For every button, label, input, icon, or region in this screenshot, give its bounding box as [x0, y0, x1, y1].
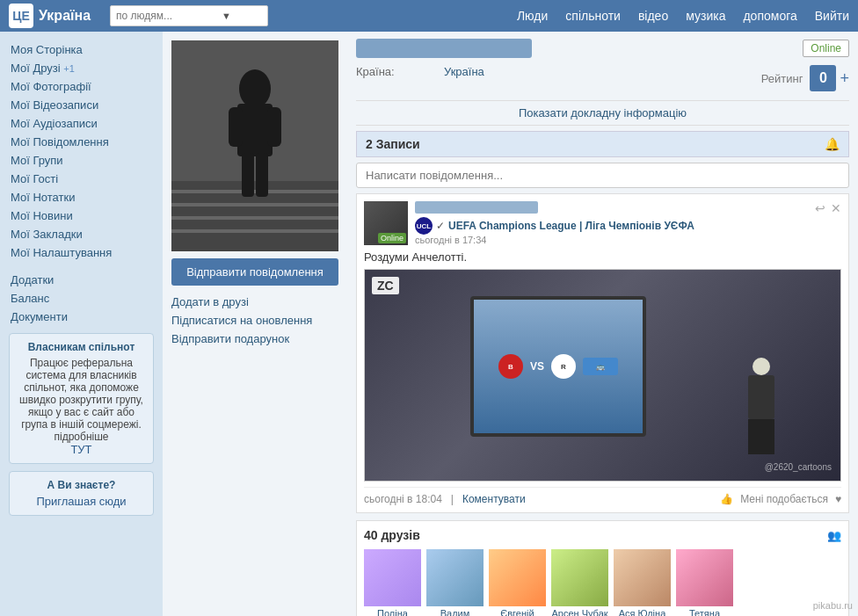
nav-music[interactable]: музика [686, 9, 725, 23]
friend-item-5[interactable]: Ася Юдіна [614, 549, 671, 616]
friend-name-4: Арсен Чубак [551, 608, 607, 616]
post-1-source: UCL ✓ UEFA Champions League | Ліга Чемпі… [415, 217, 841, 235]
show-more-link[interactable]: Показати докладну інформацію [519, 106, 687, 120]
know-box-link[interactable]: Приглашая сюди [36, 495, 126, 508]
friend-photo-img-1 [364, 549, 421, 606]
profile-photo [171, 40, 338, 251]
man-body [748, 375, 774, 419]
friends-header: 40 друзів 👥 [364, 528, 841, 542]
sidebar-item-my-bookmarks[interactable]: Мої Закладки [0, 225, 163, 243]
online-badge: Online [803, 40, 849, 57]
cartoon-man [735, 358, 788, 463]
sidebar-item-my-messages[interactable]: Мої Повідомлення [0, 133, 163, 151]
nav-communities[interactable]: спільноти [565, 9, 621, 23]
logo-icon: ЦЕ [9, 4, 33, 28]
post-1-actions: ↩ ✕ [815, 201, 841, 215]
friend-item-1[interactable]: Поліна Бандерівськ [364, 549, 421, 616]
sidebar: Моя Сторінка Мої Друзі +1 Мої Фотографії… [0, 32, 163, 616]
sidebar-item-balance[interactable]: Баланс [0, 289, 163, 308]
post-1-close-icon[interactable]: ✕ [831, 201, 841, 215]
friend-item-6[interactable]: Тетяна Макшакова [676, 549, 733, 616]
sidebar-item-apps[interactable]: Додатки [0, 271, 163, 289]
write-post-input[interactable] [356, 163, 849, 188]
like-label: Мені подобається [740, 493, 828, 505]
rating-plus-button[interactable]: + [840, 69, 849, 88]
post-1-author-redacted [415, 201, 538, 214]
post-1-source-name[interactable]: UEFA Champions League | Ліга Чемпіонів У… [448, 220, 694, 232]
rating-label: Рейтинг [761, 72, 803, 85]
profile-photo-img [171, 40, 338, 251]
post-1-verified-icon: ✓ [436, 220, 445, 232]
main-container: Моя Сторінка Мої Друзі +1 Мої Фотографії… [0, 32, 858, 616]
sidebar-item-my-audio[interactable]: Мої Аудіозаписи [0, 114, 163, 133]
logo-abbr: ЦЕ [12, 9, 30, 23]
profile-silhouette-svg [171, 40, 338, 251]
know-box-title: А Ви знаєте? [17, 479, 146, 491]
friend-photo-img-6 [676, 549, 733, 606]
posts-section: 2 Записи 🔔 Online UCL [356, 131, 849, 616]
know-box: А Ви знаєте? Приглашая сюди [9, 471, 154, 516]
sidebar-item-my-friends[interactable]: Мої Друзі +1 [0, 59, 163, 77]
separator: | [451, 493, 454, 505]
friend-item-3[interactable]: Євгеній Бугеря [489, 549, 546, 616]
profile-right-column: Online Країна: Україна Рейтинг 0 + Показ… [347, 32, 858, 616]
bus-icon: 🚌 [583, 358, 618, 375]
search-bar-container: ▼ [110, 5, 268, 26]
subscribe-link[interactable]: Підписатися на оновлення [171, 311, 338, 330]
cartoon-image: ZC B VS R 🚌 [365, 270, 840, 481]
post-1-meta: UCL ✓ UEFA Champions League | Ліга Чемпі… [415, 201, 841, 245]
friend-name-3: Євгеній Бугеря [489, 608, 546, 616]
sidebar-item-my-guests[interactable]: Мої Гості [0, 170, 163, 188]
sidebar-item-my-photos[interactable]: Мої Фотографії [0, 77, 163, 96]
svg-rect-4 [171, 216, 338, 220]
svg-rect-9 [267, 107, 281, 147]
friend-photo-3 [489, 549, 546, 606]
search-dropdown[interactable]: ▼ [222, 11, 231, 21]
friend-photo-2 [426, 549, 484, 606]
country-value: Україна [444, 65, 484, 78]
sidebar-item-documents[interactable]: Документи [0, 308, 163, 326]
nav-people[interactable]: Люди [517, 9, 548, 23]
add-friend-link[interactable]: Додати в друзі [171, 293, 338, 311]
send-message-button[interactable]: Відправити повідомлення [171, 258, 338, 286]
man-head [753, 358, 770, 375]
cartoon-screen: B VS R 🚌 [470, 296, 646, 437]
like-icon[interactable]: 👍 [720, 493, 733, 505]
sidebar-item-my-news[interactable]: Мої Новини [0, 207, 163, 225]
friend-photo-5 [614, 549, 671, 606]
post-1-reply-icon[interactable]: ↩ [815, 201, 825, 215]
owner-box-link[interactable]: ТУТ [70, 443, 91, 456]
post-item-1: Online UCL ✓ UEFA Champions League | Ліг… [356, 193, 849, 513]
sidebar-item-my-settings[interactable]: Мої Налаштування [0, 243, 163, 262]
country-label: Країна: [356, 65, 444, 78]
post-1-header: Online UCL ✓ UEFA Champions League | Ліг… [364, 201, 841, 245]
friend-photo-img-4 [551, 549, 608, 606]
show-more-info: Показати докладну інформацію [356, 100, 849, 126]
send-gift-link[interactable]: Відправити подарунок [171, 330, 338, 348]
zc-logo: ZC [372, 277, 399, 294]
sidebar-item-my-groups[interactable]: Мої Групи [0, 151, 163, 170]
sidebar-item-my-videos[interactable]: Мої Відеозаписи [0, 96, 163, 114]
svg-rect-2 [171, 190, 338, 193]
posts-icon: 🔔 [825, 137, 840, 151]
nav-video[interactable]: відео [638, 9, 668, 23]
post-1-comment-link[interactable]: Коментувати [462, 493, 526, 505]
friend-item-2[interactable]: Вадим Гладких [426, 549, 484, 616]
friend-item-4[interactable]: Арсен Чубак [551, 549, 608, 616]
nav-help[interactable]: допомога [743, 9, 796, 23]
svg-rect-11 [256, 153, 268, 197]
search-input[interactable] [116, 10, 222, 22]
svg-rect-5 [171, 229, 338, 233]
friends-title: 40 друзів [364, 528, 420, 542]
friend-name-6: Тетяна Макшакова [676, 608, 733, 616]
rating-row: Рейтинг 0 + [761, 65, 849, 91]
sidebar-item-my-page[interactable]: Моя Сторінка [0, 40, 163, 59]
svg-rect-8 [229, 107, 243, 147]
nav-logout[interactable]: Вийти [815, 9, 849, 23]
site-watermark: pikabu.ru [813, 600, 853, 611]
post-1-timestamp: сьогодні в 17:34 [415, 235, 841, 245]
sidebar-item-my-notes[interactable]: Мої Нотатки [0, 188, 163, 207]
owner-box-title: Власникам спільнот [17, 341, 146, 353]
logo-area[interactable]: ЦЕ Україна [9, 4, 91, 28]
country-row: Країна: Україна [356, 65, 484, 78]
